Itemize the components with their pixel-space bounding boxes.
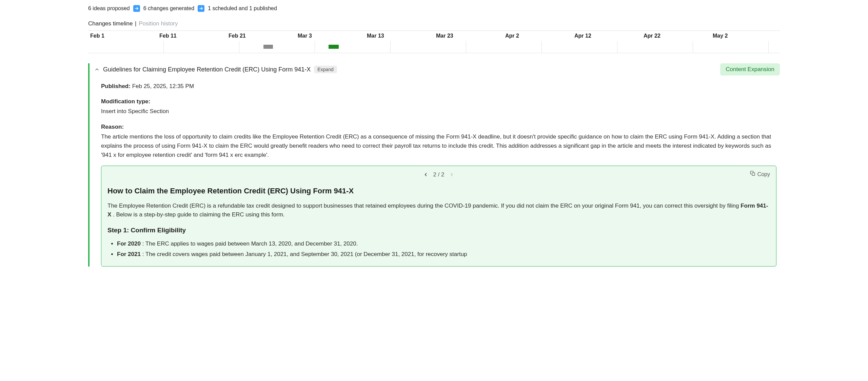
summary-scheduled: 1 scheduled and 1 published [208, 5, 277, 12]
timeline-date: May 2 [711, 31, 780, 41]
published-value: Feb 25, 2025, 12:35 PM [132, 83, 194, 89]
chevron-left-icon[interactable] [423, 172, 428, 177]
published-line: Published: Feb 25, 2025, 12:35 PM [101, 82, 776, 91]
modification-type: Modification type: Insert into Specific … [101, 97, 776, 116]
timeline: Feb 1 Feb 11 Feb 21 Mar 3 Mar 13 Mar 23 … [88, 30, 780, 53]
timeline-date: Mar 23 [434, 31, 503, 41]
tab-separator: | [135, 20, 136, 27]
timeline-date: Mar 13 [365, 31, 434, 41]
arrow-right-icon [133, 5, 140, 12]
timeline-date: Feb 21 [226, 31, 296, 41]
timeline-date-row: Feb 1 Feb 11 Feb 21 Mar 3 Mar 13 Mar 23 … [88, 31, 780, 41]
arrow-right-icon [198, 5, 204, 12]
svg-rect-2 [752, 173, 755, 175]
timeline-tabs: Changes timeline | Position history [88, 20, 780, 27]
timeline-date: Feb 1 [88, 31, 157, 41]
li-bold: For 2020 [117, 240, 141, 247]
content-expansion-badge: Content Expansion [720, 63, 780, 76]
panel-intro: The Employee Retention Credit (ERC) is a… [107, 202, 770, 219]
li-text: : The credit covers wages paid between J… [141, 251, 467, 257]
list-item: For 2020 : The ERC applies to wages paid… [117, 239, 770, 248]
timeline-date: Apr 12 [572, 31, 642, 41]
pager-text: 2 / 2 [433, 170, 444, 179]
copy-icon [750, 170, 755, 179]
timeline-track [88, 41, 780, 53]
panel-intro-a: The Employee Retention Credit (ERC) is a… [107, 203, 741, 209]
mod-label: Modification type: [101, 97, 776, 106]
tab-changes-timeline[interactable]: Changes timeline [88, 20, 133, 27]
panel-heading: How to Claim the Employee Retention Cred… [107, 185, 770, 197]
pager: 2 / 2 [423, 170, 454, 179]
copy-button[interactable]: Copy [750, 170, 770, 179]
timeline-date: Mar 3 [296, 31, 365, 41]
chevron-right-icon[interactable] [449, 172, 454, 177]
expand-button[interactable]: Expand [314, 66, 337, 73]
timeline-bar-published[interactable] [329, 45, 339, 49]
panel-step1-list: For 2020 : The ERC applies to wages paid… [107, 239, 770, 259]
panel-intro-b: . Below is a step-by-step guide to claim… [111, 211, 284, 218]
card-header: Guidelines for Claiming Employee Retenti… [94, 63, 780, 76]
summary-row: 6 ideas proposed 6 changes generated 1 s… [88, 5, 780, 12]
card-title: Guidelines for Claiming Employee Retenti… [103, 66, 311, 73]
timeline-date: Apr 22 [642, 31, 711, 41]
tab-position-history[interactable]: Position history [139, 20, 178, 27]
published-label: Published: [101, 83, 131, 89]
reason-text: The article mentions the loss of opportu… [101, 132, 776, 160]
summary-ideas: 6 ideas proposed [88, 5, 130, 12]
reason-label: Reason: [101, 122, 776, 131]
panel-topbar: 2 / 2 Copy [107, 170, 770, 179]
content-preview-panel: 2 / 2 Copy How to Claim the Employee Ret… [101, 166, 776, 267]
timeline-date: Feb 11 [157, 31, 226, 41]
timeline-date: Apr 2 [503, 31, 572, 41]
list-item: For 2021 : The credit covers wages paid … [117, 250, 770, 259]
copy-label: Copy [757, 170, 770, 179]
panel-step1-heading: Step 1: Confirm Eligibility [107, 225, 770, 235]
li-text: : The ERC applies to wages paid between … [141, 240, 358, 247]
reason-block: Reason: The article mentions the loss of… [101, 122, 776, 160]
summary-changes: 6 changes generated [143, 5, 194, 12]
card-body: Published: Feb 25, 2025, 12:35 PM Modifi… [94, 76, 780, 267]
chevron-up-icon[interactable] [94, 67, 100, 72]
change-card: Guidelines for Claiming Employee Retenti… [88, 63, 780, 267]
li-bold: For 2021 [117, 251, 141, 257]
timeline-bar-scheduled[interactable] [263, 45, 273, 49]
mod-value: Insert into Specific Section [101, 107, 776, 116]
